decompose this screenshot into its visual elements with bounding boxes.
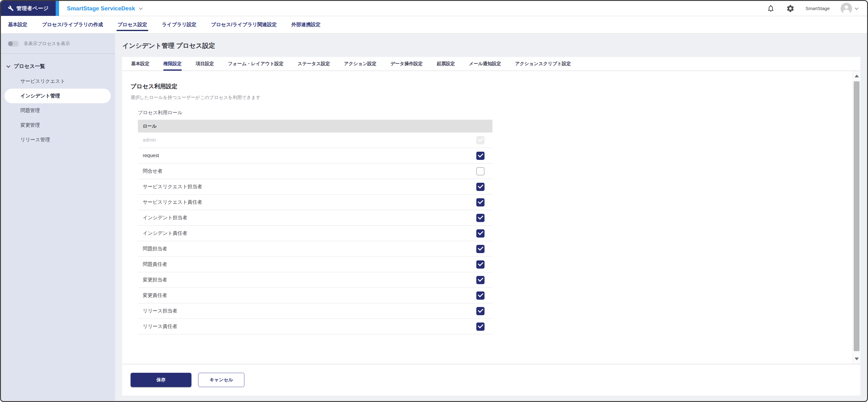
scrollbar-thumb[interactable]	[854, 81, 860, 351]
admin-page-logo[interactable]: 管理者ページ	[1, 1, 56, 16]
role-checkbox[interactable]	[476, 152, 485, 160]
role-checkbox[interactable]	[476, 322, 485, 331]
process-settings-tab[interactable]: メール通知設定	[469, 57, 501, 71]
role-checkbox[interactable]	[476, 307, 485, 315]
bell-icon	[767, 4, 775, 12]
vertical-scrollbar[interactable]	[852, 71, 860, 364]
process-settings-tabs: 基本設定 権限設定 項目設定 フォーム・レイアウト設定	[122, 57, 860, 71]
global-nav-tab[interactable]: プロセス/ライブラリの作成	[41, 16, 104, 33]
role-name: 変更担当者	[143, 277, 476, 283]
role-name: サービスリクエスト担当者	[143, 184, 476, 190]
role-checkbox[interactable]	[476, 183, 485, 191]
process-settings-tab[interactable]: 権限設定	[163, 57, 182, 71]
role-table-row: 問題責任者	[138, 257, 492, 272]
role-checkbox[interactable]	[476, 276, 485, 284]
global-nav-tab[interactable]: 外部連携設定	[290, 16, 321, 33]
role-table-row: 変更担当者	[138, 272, 492, 288]
process-settings-tab[interactable]: アクション設定	[344, 57, 376, 71]
role-table-row: request	[138, 148, 492, 164]
process-settings-tab-label: アクションスクリプト設定	[515, 61, 571, 67]
process-settings-tab-label: フォーム・レイアウト設定	[228, 61, 284, 67]
role-checkbox[interactable]	[476, 198, 485, 206]
chevron-down-icon	[855, 6, 859, 10]
hidden-process-toggle[interactable]	[8, 41, 19, 47]
process-list-section-label: プロセス一覧	[14, 63, 45, 70]
admin-page-label: 管理者ページ	[17, 5, 49, 12]
role-table-header: ロール	[138, 120, 492, 133]
sidebar-process-item-label: リリース管理	[21, 137, 50, 143]
global-nav-tabs: 基本設定 プロセス/ライブラリの作成 プロセス設定 ライブラリ設定 プロセス/ラ…	[1, 16, 867, 33]
global-nav-tab-label: 基本設定	[8, 22, 27, 28]
process-settings-tab-label: 項目設定	[196, 61, 214, 67]
process-list: サービスリクエスト インシデント管理 問題管理 変更管理	[1, 74, 115, 147]
role-checkbox[interactable]	[476, 214, 485, 222]
section-heading: プロセス利用設定	[130, 83, 842, 90]
section-description: 選択したロールを持つユーザーがこのプロセスを利用できます	[130, 95, 842, 100]
page-title: インシデント管理 プロセス設定	[122, 41, 867, 51]
workspace-selector[interactable]: SmartStage ServiceDesk	[67, 1, 142, 16]
role-checkbox[interactable]	[476, 245, 485, 253]
role-checkbox[interactable]	[476, 136, 485, 144]
top-bar: 管理者ページ SmartStage ServiceDesk SmartStage	[1, 1, 867, 16]
workspace-name: SmartStage ServiceDesk	[67, 5, 135, 12]
accent-stripe	[56, 1, 59, 16]
avatar	[841, 3, 852, 14]
settings-button[interactable]	[786, 4, 795, 13]
process-settings-tab[interactable]: フォーム・レイアウト設定	[228, 57, 284, 71]
role-checkbox[interactable]	[476, 291, 485, 300]
save-button[interactable]: 保存	[130, 373, 191, 387]
role-name: リリース担当者	[143, 308, 476, 314]
scroll-region: プロセス利用設定 選択したロールを持つユーザーがこのプロセスを利用できます プロ…	[122, 71, 860, 364]
settings-card: 基本設定 権限設定 項目設定 フォーム・レイアウト設定	[122, 57, 860, 396]
sidebar-process-item[interactable]: 変更管理	[1, 118, 115, 133]
process-settings-tab-label: アクション設定	[344, 61, 376, 67]
role-table-row: 変更責任者	[138, 288, 492, 303]
process-settings-tab-label: 基本設定	[131, 61, 149, 67]
scroll-down-arrow-icon[interactable]	[855, 357, 859, 360]
role-table-label: プロセス利用ロール	[138, 110, 842, 116]
avatar-icon	[841, 3, 852, 14]
process-settings-tab-label: データ操作設定	[391, 61, 423, 67]
main-area: インシデント管理 プロセス設定 基本設定 権限設定 項目設定	[115, 33, 867, 401]
global-nav-tab-label: プロセス/ライブラリの作成	[42, 22, 103, 28]
process-settings-tab[interactable]: 基本設定	[131, 57, 149, 71]
notifications-button[interactable]	[767, 4, 775, 13]
role-checkbox[interactable]	[476, 260, 485, 268]
sidebar-process-item-label: 変更管理	[21, 122, 40, 128]
process-settings-tab[interactable]: ステータス設定	[298, 57, 330, 71]
process-settings-tab-label: メール通知設定	[469, 61, 501, 67]
role-checkbox[interactable]	[476, 229, 485, 237]
global-nav-tab-label: 外部連携設定	[291, 22, 320, 28]
scroll-up-arrow-icon[interactable]	[855, 75, 859, 77]
body: 非表示プロセスを表示 プロセス一覧 サービスリクエスト インシデント管理	[1, 33, 867, 401]
sidebar-divider	[1, 53, 115, 54]
global-nav-tab[interactable]: ライブラリ設定	[161, 16, 197, 33]
process-settings-tab[interactable]: 項目設定	[196, 57, 214, 71]
sidebar-process-item[interactable]: インシデント管理	[5, 89, 111, 103]
cancel-button[interactable]: キャンセル	[198, 373, 244, 387]
sidebar-process-item[interactable]: サービスリクエスト	[1, 74, 115, 89]
role-name: 問合せ者	[143, 168, 476, 174]
process-settings-tab[interactable]: データ操作設定	[391, 57, 423, 71]
sidebar: 非表示プロセスを表示 プロセス一覧 サービスリクエスト インシデント管理	[1, 33, 115, 401]
account-menu[interactable]	[841, 3, 858, 14]
role-name: インシデント責任者	[143, 230, 476, 237]
process-settings-tab[interactable]: アクションスクリプト設定	[515, 57, 571, 71]
role-name: 問題担当者	[143, 246, 476, 252]
role-checkbox[interactable]	[476, 167, 485, 175]
global-nav-tab[interactable]: プロセス/ライブラリ関連設定	[210, 16, 278, 33]
global-nav-tab[interactable]: プロセス設定	[117, 16, 148, 33]
sidebar-process-item[interactable]: リリース管理	[1, 133, 115, 147]
role-table-row: リリース責任者	[138, 319, 492, 335]
chevron-down-icon	[6, 64, 10, 68]
hidden-process-toggle-row: 非表示プロセスを表示	[1, 41, 115, 47]
global-nav-tab[interactable]: 基本設定	[7, 16, 28, 33]
sidebar-process-item-label: 問題管理	[21, 108, 40, 114]
process-list-section-header[interactable]: プロセス一覧	[7, 63, 115, 70]
role-table-body: admin request	[138, 133, 492, 335]
form-footer: 保存 キャンセル	[122, 364, 860, 395]
process-settings-tab[interactable]: 起票設定	[437, 57, 455, 71]
role-table-block: プロセス利用ロール ロール admin	[138, 110, 842, 335]
sidebar-process-item[interactable]: 問題管理	[1, 103, 115, 118]
sidebar-process-item-label: サービスリクエスト	[21, 78, 65, 85]
